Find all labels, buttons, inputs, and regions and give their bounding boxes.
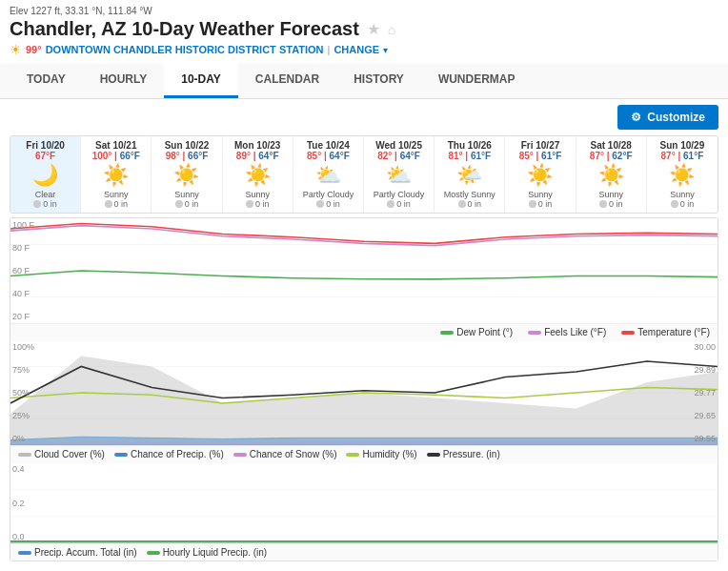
temp-chart-legend: Dew Point (°)Feels Like (°F)Temperature …: [10, 323, 718, 340]
temperature-chart: 100 F80 F60 F40 F20 F: [10, 218, 718, 323]
precip-amount: 0 in: [366, 199, 432, 209]
tab-wundermap[interactable]: WUNDERMAP: [421, 63, 533, 98]
precip-amount: 0 in: [578, 199, 644, 209]
day-label: Tue 10/24: [295, 140, 361, 151]
weather-icon: ☀️: [507, 163, 573, 188]
favorite-icon[interactable]: ★: [367, 20, 380, 38]
svg-marker-10: [10, 357, 718, 446]
legend-item: Temperature (°F): [621, 327, 710, 337]
day-label: Fri 10/27: [507, 140, 573, 151]
station-name[interactable]: DOWNTOWN CHANDLER HISTORIC DISTRICT STAT…: [46, 44, 324, 55]
condition-label: Sunny: [153, 190, 219, 199]
forecast-grid: Fri 10/20 67°F 🌙 Clear 0 in Sat 10/21 10…: [10, 135, 718, 214]
tab-hourly[interactable]: HOURLY: [83, 63, 165, 98]
precip-amount: 0 in: [12, 199, 78, 209]
precip-amount: 0 in: [295, 199, 361, 209]
condition-label: Sunny: [507, 190, 573, 199]
temp-range: 85° | 64°F: [295, 151, 361, 161]
precip-amount: 0 in: [83, 199, 149, 209]
temp-range: 85° | 61°F: [507, 151, 573, 161]
chevron-down-icon: ▾: [383, 45, 388, 55]
gear-icon: ⚙: [631, 111, 641, 124]
weather-icon: ⛅: [295, 163, 361, 188]
temp-range: 89° | 64°F: [225, 151, 291, 161]
weather-icon: ☀️: [83, 163, 149, 188]
condition-label: Partly Cloudy: [366, 190, 432, 199]
weather-icon: ☀️: [225, 163, 291, 188]
day-label: Thu 10/26: [436, 140, 502, 151]
day-label: Sat 10/28: [578, 140, 644, 151]
page-title: Chandler, AZ 10-Day Weather Forecast: [10, 18, 359, 40]
sun-icon: ☀: [10, 42, 22, 57]
accum-chart-legend: Precip. Accum. Total (in)Hourly Liquid P…: [10, 543, 718, 561]
condition-label: Sunny: [83, 190, 149, 199]
legend-item: Cloud Cover (%): [18, 449, 105, 459]
temp-range: 67°F: [12, 151, 78, 161]
weather-icon: 🌤️: [436, 163, 502, 188]
temp-range: 100° | 66°F: [83, 151, 149, 161]
day-label: Sat 10/21: [83, 140, 149, 151]
day-label: Mon 10/23: [225, 140, 291, 151]
precip-amount: 0 in: [436, 199, 502, 209]
temp-range: 87° | 61°F: [649, 151, 716, 161]
tab-today[interactable]: TODAY: [10, 63, 83, 98]
tab-10day[interactable]: 10-DAY: [164, 63, 238, 98]
condition-label: Sunny: [225, 190, 291, 199]
day-label: Sun 10/29: [649, 140, 716, 151]
forecast-day-6[interactable]: Thu 10/26 81° | 61°F 🌤️ Mostly Sunny 0 i…: [435, 136, 505, 213]
forecast-day-9[interactable]: Sun 10/29 87° | 61°F ☀️ Sunny 0 in: [647, 136, 718, 213]
condition-label: Mostly Sunny: [436, 190, 502, 199]
legend-item: Precip. Accum. Total (in): [18, 547, 137, 558]
legend-item: Humidity (%): [346, 449, 416, 459]
navigation-tabs: TODAYHOURLY10-DAYCALENDARHISTORYWUNDERMA…: [0, 63, 728, 99]
precip-chart: 100%75%50%25%0% 30.0029.8929.7729.6529.5…: [10, 340, 718, 445]
pipe-divider: |: [328, 44, 331, 55]
temp-range: 98° | 66°F: [153, 151, 219, 161]
current-temp: 99°: [26, 44, 42, 55]
customize-button[interactable]: ⚙ Customize: [617, 105, 718, 130]
day-label: Sun 10/22: [153, 140, 219, 151]
legend-item: Pressure. (in): [427, 449, 500, 459]
precip-chart-legend: Cloud Cover (%)Chance of Precip. (%)Chan…: [10, 445, 718, 462]
elevation-info: Elev 1227 ft, 33.31 °N, 111.84 °W: [10, 6, 718, 16]
condition-label: Clear: [12, 190, 78, 199]
accum-chart: 0.40.20.0: [10, 462, 718, 543]
forecast-day-1[interactable]: Sat 10/21 100° | 66°F ☀️ Sunny 0 in: [81, 136, 152, 213]
precip-amount: 0 in: [153, 199, 219, 209]
charts-area: 100 F80 F60 F40 F20 F Dew Point (°)Fe: [10, 217, 718, 561]
svg-marker-12: [10, 442, 718, 445]
precip-amount: 0 in: [649, 199, 716, 209]
weather-icon: ☀️: [649, 163, 716, 188]
legend-item: Dew Point (°): [440, 327, 513, 337]
tab-history[interactable]: HISTORY: [336, 63, 421, 98]
forecast-day-0[interactable]: Fri 10/20 67°F 🌙 Clear 0 in: [10, 136, 81, 213]
condition-label: Partly Cloudy: [295, 190, 361, 199]
temp-range: 82° | 64°F: [366, 151, 432, 161]
weather-icon: ☀️: [578, 163, 644, 188]
forecast-day-7[interactable]: Fri 10/27 85° | 61°F ☀️ Sunny 0 in: [505, 136, 576, 213]
precip-amount: 0 in: [507, 199, 573, 209]
forecast-day-4[interactable]: Tue 10/24 85° | 64°F ⛅ Partly Cloudy 0 i…: [293, 136, 364, 213]
forecast-day-8[interactable]: Sat 10/28 87° | 62°F ☀️ Sunny 0 in: [576, 136, 647, 213]
forecast-day-2[interactable]: Sun 10/22 98° | 66°F ☀️ Sunny 0 in: [152, 136, 222, 213]
day-label: Wed 10/25: [366, 140, 432, 151]
temp-range: 87° | 62°F: [578, 151, 644, 161]
condition-label: Sunny: [649, 190, 716, 199]
weather-icon: ⛅: [366, 163, 432, 188]
day-label: Fri 10/20: [12, 140, 78, 151]
tab-calendar[interactable]: CALENDAR: [238, 63, 336, 98]
change-station-link[interactable]: CHANGE: [334, 44, 379, 55]
legend-item: Chance of Precip. (%): [114, 449, 224, 459]
weather-icon: 🌙: [12, 163, 78, 188]
forecast-day-5[interactable]: Wed 10/25 82° | 64°F ⛅ Partly Cloudy 0 i…: [364, 136, 435, 213]
forecast-day-3[interactable]: Mon 10/23 89° | 64°F ☀️ Sunny 0 in: [223, 136, 293, 213]
temp-range: 81° | 61°F: [436, 151, 502, 161]
home-icon[interactable]: ⌂: [388, 22, 395, 37]
legend-item: Hourly Liquid Precip. (in): [147, 547, 268, 558]
condition-label: Sunny: [578, 190, 644, 199]
legend-item: Feels Like (°F): [528, 327, 606, 337]
precip-amount: 0 in: [225, 199, 291, 209]
legend-item: Chance of Snow (%): [233, 449, 337, 459]
weather-icon: ☀️: [153, 163, 219, 188]
